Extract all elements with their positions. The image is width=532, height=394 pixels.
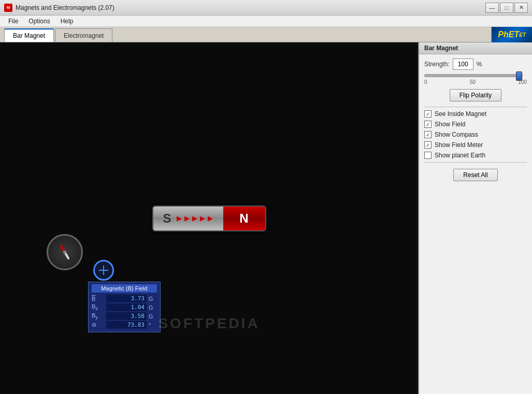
minimize-button[interactable]: — [485, 3, 499, 13]
field-unit-bx: G [149, 304, 157, 311]
checkboxes-container: See Inside MagnetShow FieldShow CompassS… [424, 110, 527, 159]
field-unit-by: G [149, 313, 157, 319]
tab-bar-magnet[interactable]: Bar Magnet [4, 28, 54, 42]
checkbox-label-4: Show planet Earth [435, 152, 485, 159]
probe-vertical [103, 266, 104, 275]
divider-2 [424, 162, 527, 163]
checkbox-label-2: Show Compass [435, 131, 478, 138]
field-value-bx: 1.04 [106, 303, 147, 311]
menu-bar: File Options Help [0, 16, 532, 27]
close-button[interactable]: ✕ [514, 3, 528, 13]
file-menu[interactable]: File [4, 17, 22, 26]
checkbox-4[interactable] [424, 152, 432, 159]
compass-pivot [63, 251, 66, 254]
field-meter-display: Magnetic (B) Field B 3.73 G Bx 1.04 G By… [88, 282, 161, 332]
field-label-bx: Bx [92, 303, 104, 311]
field-meter-title: Magnetic (B) Field [92, 284, 157, 293]
checkbox-label-1: Show Field [435, 121, 465, 128]
window-controls: — □ ✕ [485, 3, 528, 13]
app-icon: M [4, 4, 12, 12]
strength-label: Strength: [424, 61, 450, 68]
reset-all-button[interactable]: Reset All [453, 169, 497, 181]
strength-value-box[interactable]: 100 [453, 59, 473, 70]
field-row-bx: Bx 1.04 G [92, 303, 157, 311]
phet-logo: PhETET [491, 27, 532, 42]
field-unit-theta: ° [149, 322, 157, 328]
checkbox-1[interactable] [424, 121, 432, 128]
right-panel: Bar Magnet Strength: 100 % 0 50 [418, 42, 532, 394]
probe-crosshair [98, 265, 109, 275]
options-menu[interactable]: Options [24, 17, 54, 26]
strength-value: 100 [458, 61, 468, 68]
slider-labels: 0 50 100 [424, 79, 527, 85]
slider-mid-label: 50 [470, 79, 476, 85]
window-title: Magnets and Electromagnets (2.07) [16, 4, 114, 11]
field-unit-b: G [149, 296, 157, 302]
field-meter-probe[interactable] [93, 260, 114, 281]
slider-track[interactable] [424, 74, 523, 77]
title-bar: M Magnets and Electromagnets (2.07) — □ … [0, 0, 532, 16]
panel-title: Bar Magnet [419, 42, 532, 54]
checkbox-3[interactable] [424, 141, 432, 149]
checkbox-row-3: Show Field Meter [424, 141, 527, 149]
main-area: // Draw field arrows in a grid pattern /… [0, 42, 532, 394]
bar-magnet[interactable]: S ▶ ▶ ▶ ▶ ▶ N [152, 206, 266, 231]
tab-electromagnet[interactable]: Electromagnet [55, 28, 112, 42]
field-value-theta: 73.83 [106, 321, 147, 329]
divider-1 [424, 107, 527, 107]
field-row-by: By 3.58 G [92, 312, 157, 320]
field-value-b: 3.73 [106, 295, 147, 302]
checkbox-2[interactable] [424, 131, 432, 138]
magnet-north-pole: N [223, 207, 265, 230]
panel-body: Strength: 100 % 0 50 100 Flip Pol [419, 54, 532, 185]
field-label-b: B [92, 296, 104, 302]
simulation-area[interactable]: // Draw field arrows in a grid pattern /… [0, 42, 418, 394]
compass-body [47, 234, 83, 270]
checkbox-row-2: Show Compass [424, 131, 527, 138]
slider-fill [425, 75, 522, 77]
checkbox-row-0: See Inside Magnet [424, 110, 527, 118]
checkbox-0[interactable] [424, 110, 432, 118]
checkbox-row-4: Show planet Earth [424, 152, 527, 159]
help-menu[interactable]: Help [56, 17, 78, 26]
compass[interactable] [47, 234, 83, 270]
slider-container: 0 50 100 [424, 74, 527, 85]
tabs-bar: Bar Magnet Electromagnet PhETET [0, 27, 532, 42]
flip-polarity-button[interactable]: Flip Polarity [450, 89, 502, 101]
field-value-by: 3.58 [106, 312, 147, 320]
slider-min-label: 0 [424, 79, 427, 85]
strength-pct: % [477, 61, 482, 68]
compass-needle-container [57, 244, 73, 260]
maximize-button[interactable]: □ [500, 3, 513, 13]
checkbox-label-3: Show Field Meter [435, 141, 483, 149]
field-label-by: By [92, 312, 104, 320]
checkbox-row-1: Show Field [424, 121, 527, 128]
field-meter[interactable]: Magnetic (B) Field B 3.73 G Bx 1.04 G By… [88, 260, 161, 332]
magnet-field-arrows: ▶ ▶ ▶ ▶ ▶ [177, 215, 213, 222]
field-row-b: B 3.73 G [92, 295, 157, 302]
checkbox-label-0: See Inside Magnet [435, 110, 486, 118]
field-row-theta: ⊖ 73.83 ° [92, 321, 157, 329]
magnet-south-pole: S ▶ ▶ ▶ ▶ ▶ [153, 207, 223, 230]
slider-thumb[interactable] [516, 71, 522, 81]
field-label-theta: ⊖ [92, 322, 104, 328]
strength-row: Strength: 100 % [424, 59, 527, 70]
title-bar-left: M Magnets and Electromagnets (2.07) [4, 4, 114, 12]
